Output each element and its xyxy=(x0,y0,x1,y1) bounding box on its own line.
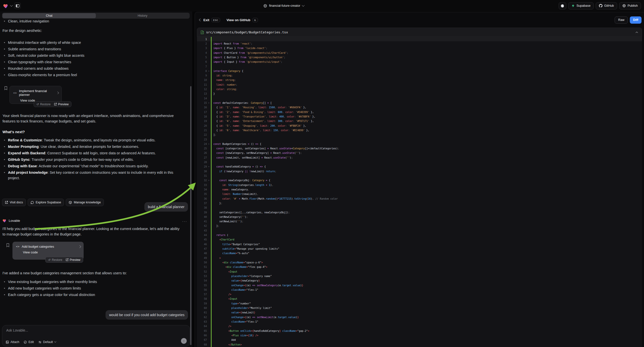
project-selector[interactable]: financial-future-creator xyxy=(264,0,304,12)
model-selector[interactable]: Default xyxy=(38,340,56,344)
code-line: 8▾interface Category { xyxy=(197,69,642,73)
code-line: 24▾const BudgetCategories = () => { xyxy=(197,142,642,146)
github-button[interactable]: GitHub xyxy=(596,2,617,10)
line-number: 55 xyxy=(197,284,207,287)
code-line: 62 onChange={(e) => setNewLimit(e.target… xyxy=(197,315,642,319)
manage-knowledge-button[interactable]: Manage knowledge xyxy=(66,199,104,206)
code-line: 41 setNewLimit(''); xyxy=(197,219,642,224)
code-line: 32▾ const newCategoryObj: Category = { xyxy=(197,178,642,183)
g-key-badge: G xyxy=(252,18,258,22)
code-icon: <> xyxy=(16,245,20,248)
line-number: 38 xyxy=(197,206,207,209)
explore-supabase-button[interactable]: Explore Supabase xyxy=(28,199,64,206)
line-number: 44 xyxy=(197,234,207,236)
fold-chevron-icon[interactable]: ▾ xyxy=(207,179,211,182)
line-number: 31 xyxy=(197,174,207,177)
bookmark-icon[interactable] xyxy=(6,243,10,248)
code-line: 55 onChange={(e) => setNewCategory(e.tar… xyxy=(197,283,642,288)
settings-button[interactable] xyxy=(558,2,566,10)
line-number: 10 xyxy=(197,79,207,82)
message-more-button[interactable]: ··· xyxy=(182,219,187,223)
exit-button[interactable]: Exit ESC xyxy=(200,18,220,22)
view-on-github-button[interactable]: View on GitHub G xyxy=(226,18,258,22)
collapse-chevron-up-icon[interactable] xyxy=(635,31,638,33)
code-line: 7 xyxy=(197,64,642,69)
fold-chevron-icon[interactable]: ▾ xyxy=(207,102,211,104)
tab-history[interactable]: History xyxy=(96,13,189,18)
external-link-icon xyxy=(54,103,57,106)
chevron-right-icon[interactable] xyxy=(56,92,59,94)
line-number: 56 xyxy=(197,288,207,291)
diff-toggle-button[interactable]: Diff xyxy=(630,16,642,24)
raw-toggle-button[interactable]: Raw xyxy=(615,16,628,24)
file-tab-bar[interactable]: src/components/budget/BudgetCategories.t… xyxy=(197,28,642,37)
line-number: 35 xyxy=(197,193,207,196)
assistant-header: Lovable xyxy=(2,218,20,222)
restore-button[interactable]: ↺Restore xyxy=(48,258,62,262)
design-heading: For the design aesthetic: xyxy=(2,28,180,33)
code-line: 60 placeholder="Monthly limit" xyxy=(197,306,642,310)
restore-button[interactable]: ↺Restore xyxy=(36,102,50,106)
bullet-item: Clean, intuitive navigation xyxy=(2,18,180,24)
publish-button[interactable]: Publish xyxy=(619,2,641,10)
tab-chat[interactable]: Chat xyxy=(2,13,96,18)
view-code-link[interactable]: View code xyxy=(12,249,84,257)
line-number: 40 xyxy=(197,216,207,218)
bullet-item: View existing budget categories with the… xyxy=(2,279,180,284)
line-number: 27 xyxy=(197,156,207,159)
send-button[interactable]: ↑ xyxy=(181,338,187,344)
code-line: 45 <ChartCard xyxy=(197,238,642,242)
line-number: 8 xyxy=(197,70,207,72)
line-number: 42 xyxy=(197,224,207,227)
bookmark-icon[interactable] xyxy=(4,86,8,90)
code-line: 26 const [newCategory, setNewCategory] =… xyxy=(197,151,642,155)
supabase-button[interactable]: Supabase xyxy=(568,2,594,10)
edit-button[interactable]: Edit xyxy=(24,340,34,344)
line-number: 23 xyxy=(197,138,207,141)
line-number: 41 xyxy=(197,220,207,223)
preview-button[interactable]: Preview xyxy=(66,258,80,262)
fold-chevron-icon[interactable]: ▾ xyxy=(207,166,211,168)
code-line: 52 <Input xyxy=(197,269,642,274)
visit-docs-button[interactable]: Visit docs xyxy=(2,199,26,206)
preview-button[interactable]: Preview xyxy=(54,102,69,106)
code-line: 56 className="flex-1" xyxy=(197,288,642,292)
version-card-title: Add budget categories xyxy=(22,245,54,248)
line-number: 49 xyxy=(197,257,207,260)
code-line: 39 setCategories([...categories, newCate… xyxy=(197,210,642,214)
code-lines: 12import React from 'react';3import { Pl… xyxy=(197,37,642,347)
chevron-right-icon[interactable] xyxy=(78,245,81,248)
attach-button[interactable]: Attach xyxy=(6,340,19,344)
fold-chevron-icon[interactable]: ▾ xyxy=(207,70,211,72)
line-number: 26 xyxy=(197,152,207,154)
edit-icon xyxy=(24,340,27,344)
fold-chevron-icon[interactable]: ▾ xyxy=(207,143,211,145)
line-number: 39 xyxy=(197,211,207,214)
code-line: 16 { id: '1', name: 'Housing', limit: 15… xyxy=(197,105,642,110)
chevron-down-icon xyxy=(54,340,56,342)
line-number: 37 xyxy=(197,202,207,204)
added-file-icon xyxy=(201,30,204,34)
line-number: 25 xyxy=(197,147,207,150)
assistant-paragraph-3: I've added a new budget categories manag… xyxy=(2,270,180,276)
lovable-logo-icon[interactable] xyxy=(3,3,9,8)
code-line: 12 color: string; xyxy=(197,87,642,91)
code-line: 57 /> xyxy=(197,292,642,297)
chat-input[interactable] xyxy=(6,328,180,337)
chat-scrollbar-thumb[interactable] xyxy=(190,86,192,345)
code-line: 61 value={newLimit} xyxy=(197,310,642,315)
bullet-item: Expand with Backend: Connect Supabase to… xyxy=(2,150,180,156)
design-bullet-list: Minimalist interface with plenty of whit… xyxy=(2,40,180,79)
line-number: 28 xyxy=(197,161,207,164)
line-number: 64 xyxy=(197,325,207,328)
code-line: 10 name: string; xyxy=(197,78,642,82)
sliders-icon xyxy=(38,340,42,344)
external-link-icon xyxy=(5,201,8,204)
line-number: 16 xyxy=(197,106,207,109)
line-number: 46 xyxy=(197,243,207,246)
logo-menu-chevron-icon[interactable] xyxy=(10,4,13,6)
sidebar-toggle-button[interactable] xyxy=(14,2,21,9)
chat-tab-bar: Chat History xyxy=(2,13,190,19)
line-number: 47 xyxy=(197,248,207,250)
image-icon xyxy=(6,340,9,344)
